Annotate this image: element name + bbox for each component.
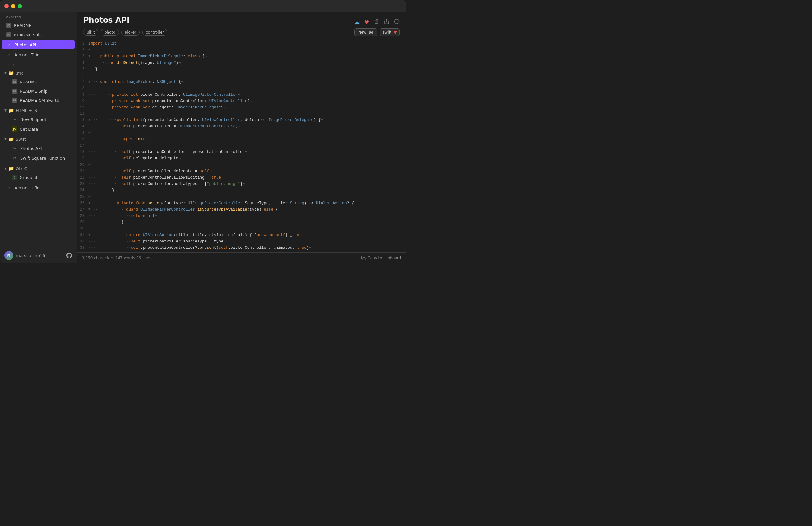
snip-icon: ✂	[6, 52, 12, 58]
group-label: .md	[16, 71, 24, 75]
md-icon: M	[12, 79, 17, 84]
code-line: 8 ¬	[77, 85, 406, 91]
sidebar: Favorites M README M README Snip ✂ Photo…	[0, 12, 77, 263]
favorites-label: Favorites	[0, 12, 76, 20]
code-line: 15 ¬	[77, 130, 406, 136]
code-line: 19 ··· ···self.delegate = delegate¬	[77, 155, 406, 162]
chevron-icon: ▼	[4, 167, 6, 170]
sidebar-item-readme-snip[interactable]: M README Snip	[2, 30, 75, 39]
code-editor[interactable]: 1 import UIKit¬ 2 ¬ 3 ▼ ···public protoc…	[77, 39, 406, 252]
tag-uikit[interactable]: uikit	[83, 29, 98, 36]
heart-icon[interactable]: ♥	[364, 19, 369, 26]
group-label: Obj-C	[16, 166, 27, 171]
tag-picker[interactable]: picker	[121, 29, 140, 36]
tag-photo[interactable]: photo	[101, 29, 119, 36]
sidebar-item-gradient[interactable]: C Gradient	[2, 173, 75, 182]
code-line: 12 ¬	[77, 111, 406, 117]
code-line: 31 ▼ ··· ···return UIAlertAction(title: …	[77, 232, 406, 238]
code-line: 24 ··· ···}¬	[77, 187, 406, 193]
code-line: 10 ··· ···private weak var presentationC…	[77, 98, 406, 104]
minimize-button[interactable]	[11, 4, 15, 8]
group-label: HTML + JS	[16, 108, 37, 113]
md-icon: M	[12, 88, 17, 93]
sidebar-item-label: README	[19, 80, 70, 84]
github-icon	[67, 252, 72, 258]
folder-icon: 📁	[9, 136, 14, 142]
code-line: 13 ▼ ··· ···public init(presentationCont…	[77, 117, 406, 123]
sidebar-item-label: Photos API	[15, 42, 70, 47]
main-layout: Favorites M README M README Snip ✂ Photo…	[0, 12, 406, 263]
sidebar-item-readme-cm-swiftui[interactable]: M README CM-SwiftUI	[2, 96, 75, 105]
content-area: Photos API ☁ ♥ uikit photo picker contro…	[77, 12, 406, 263]
header-icons: ☁ ♥	[354, 19, 400, 26]
group-md: ▼ 📁 .md M README M README Snip M README …	[0, 69, 76, 105]
folder-icon: 📁	[9, 166, 14, 171]
code-line: 27 ▼ ··· ···guard UIImagePickerControlle…	[77, 206, 406, 213]
snip-icon: ✂	[12, 145, 18, 151]
group-html-js: ▼ 📁 HTML + JS ✂ New Snippet JS Get Data	[0, 106, 76, 134]
sidebar-item-label: README CM-SwiftUI	[19, 98, 70, 103]
group-html-js-header[interactable]: ▼ 📁 HTML + JS	[0, 106, 76, 114]
sidebar-item-label: Alpine+Tifig	[15, 53, 70, 57]
share-icon[interactable]	[384, 19, 390, 26]
sidebar-item-label: Gradient	[19, 175, 70, 180]
sidebar-item-photos-api[interactable]: ✂ Photos API	[2, 40, 75, 49]
chevron-icon: ▼	[4, 137, 6, 141]
tag-controller[interactable]: controller	[142, 29, 167, 36]
sidebar-item-swift-square[interactable]: ✂ Swift Square Function	[2, 153, 75, 163]
snip-icon: ✂	[6, 185, 12, 191]
code-line: 29 ··· ···}¬	[77, 219, 406, 225]
clipboard-icon	[361, 256, 365, 260]
copy-label: Copy to clipboard	[367, 256, 401, 260]
snip-icon: ✂	[12, 117, 18, 122]
avatar: M	[4, 251, 13, 260]
copy-to-clipboard-button[interactable]: Copy to clipboard	[361, 256, 401, 260]
folder-icon: 📁	[9, 108, 14, 113]
stats-label: 3,150 characters 247 words 86 lines	[82, 256, 151, 260]
code-line: 11 ··· ···private weak var delegate: Ima…	[77, 104, 406, 111]
sidebar-item-readme-local[interactable]: M README	[2, 77, 75, 86]
group-obj-c-header[interactable]: ▼ 📁 Obj-C	[0, 164, 76, 173]
code-line: 20 ¬	[77, 162, 406, 168]
close-button[interactable]	[4, 4, 9, 8]
page-title: Photos API	[83, 16, 130, 25]
sidebar-item-new-snippet[interactable]: ✂ New Snippet	[2, 115, 75, 124]
code-line: 7 ▼ ···open class ImagePicker: NSObject …	[77, 79, 406, 85]
sidebar-item-alpine-tifig-fav[interactable]: ✂ Alpine+Tifig	[2, 50, 75, 59]
sidebar-item-photos-api-swift[interactable]: ✂ Photos API	[2, 144, 75, 153]
md-icon: M	[6, 23, 11, 28]
maximize-button[interactable]	[18, 4, 22, 8]
code-line: 2 ¬	[77, 47, 406, 53]
sidebar-item-label: Swift Square Function	[20, 156, 70, 161]
sidebar-item-readme-snip-local[interactable]: M README Snip	[2, 87, 75, 96]
code-line: 4 ···func didSelect(image: UIImage?)¬	[77, 60, 406, 66]
username: marshallino16	[16, 253, 45, 258]
group-md-header[interactable]: ▼ 📁 .md	[0, 69, 76, 77]
cloud-icon[interactable]: ☁	[354, 19, 360, 26]
sidebar-item-label: Get Data	[19, 127, 70, 132]
code-line: 14 ··· ···self.pickerController = UIImag…	[77, 123, 406, 130]
sidebar-item-alpine-tifig[interactable]: ✂ Alpine+Tifig	[2, 183, 75, 192]
new-tag-button[interactable]: New Tag	[354, 28, 377, 36]
sidebar-item-label: New Snippet	[20, 117, 70, 122]
sidebar-item-get-data[interactable]: JS Get Data	[2, 125, 75, 133]
window-controls	[4, 4, 22, 8]
language-selector[interactable]: swift ▼	[380, 28, 400, 36]
group-label: Swift	[16, 137, 26, 142]
code-line: 16 ··· ···super.init()¬	[77, 136, 406, 143]
sidebar-footer: M marshallino16	[0, 248, 76, 263]
code-line: 5 ···}¬	[77, 66, 406, 72]
info-icon[interactable]	[394, 19, 400, 26]
code-line: 33 ··· ···self.presentationController?.p…	[77, 245, 406, 251]
code-line: 1 import UIKit¬	[77, 41, 406, 47]
trash-icon[interactable]	[374, 19, 379, 26]
sidebar-item-readme[interactable]: M README	[2, 21, 75, 30]
code-line: 3 ▼ ···public protocol ImagePickerDelega…	[77, 53, 406, 59]
snip-icon: ✂	[6, 42, 12, 47]
group-swift-header[interactable]: ▼ 📁 Swift	[0, 135, 76, 143]
code-line: 6 ¬	[77, 72, 406, 79]
content-toolbar: uikit photo picker controller New Tag sw…	[77, 28, 406, 36]
js-icon: JS	[12, 127, 17, 132]
svg-rect-4	[363, 257, 365, 260]
folder-icon: 📁	[9, 71, 14, 75]
